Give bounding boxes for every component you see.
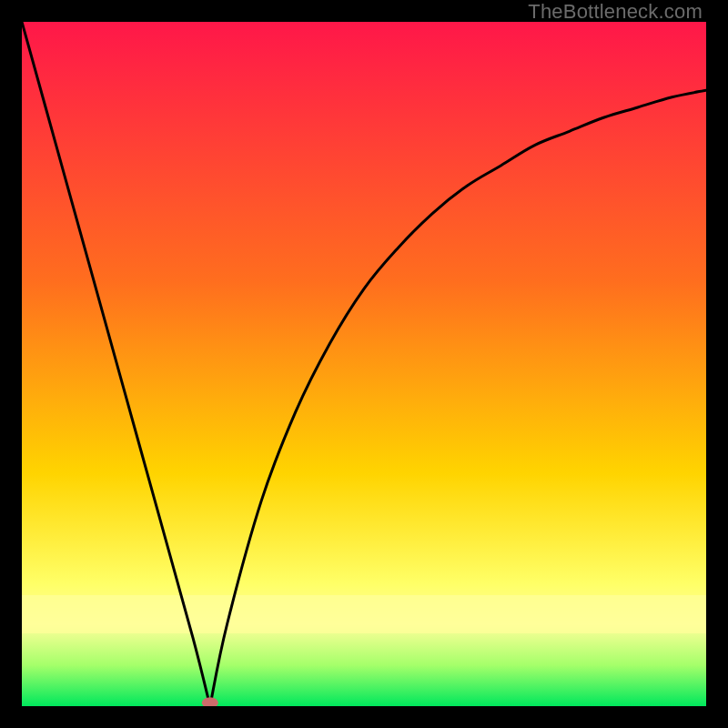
bottleneck-chart bbox=[22, 22, 706, 706]
chart-frame bbox=[22, 22, 706, 706]
yellow-band bbox=[22, 595, 706, 633]
watermark-text: TheBottleneck.com bbox=[528, 0, 703, 24]
